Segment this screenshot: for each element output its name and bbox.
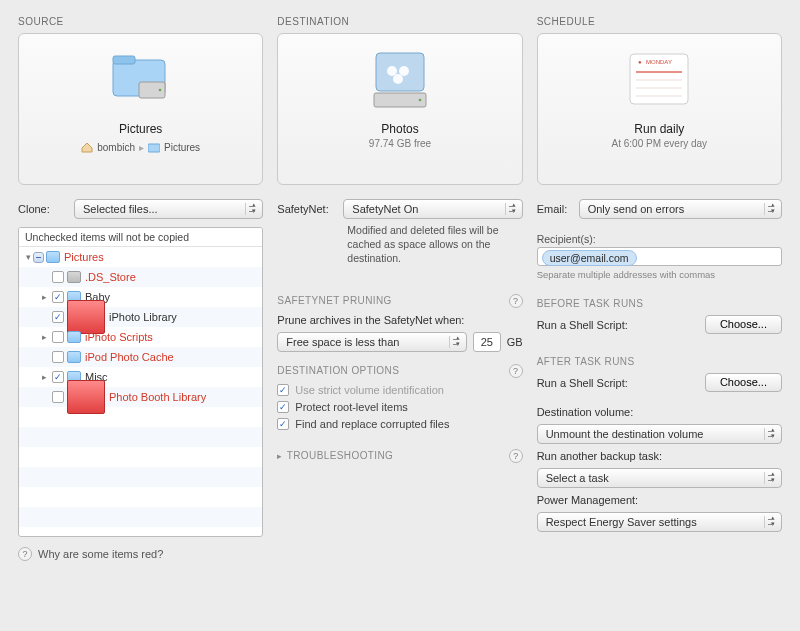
disclosure-icon[interactable]: ▸ bbox=[39, 292, 49, 302]
troubleshooting-label: TROUBLESHOOTING bbox=[287, 450, 394, 461]
pruning-select[interactable]: Free space is less than ▴▾ bbox=[277, 332, 466, 352]
before-shell-row: Run a Shell Script: Choose... bbox=[537, 315, 782, 334]
another-task-select[interactable]: Select a task ▴▾ bbox=[537, 468, 782, 488]
checkbox-icon[interactable] bbox=[52, 371, 64, 383]
pruning-number-input[interactable]: 25 bbox=[473, 332, 501, 352]
clone-label: Clone: bbox=[18, 203, 68, 215]
tree-row[interactable]: ▸Misc bbox=[19, 367, 262, 387]
destination-card[interactable]: Photos 97.74 GB free bbox=[277, 33, 522, 185]
recipient-pill[interactable]: user@email.com bbox=[542, 250, 637, 266]
checkbox-icon[interactable] bbox=[277, 418, 289, 430]
safetynet-select[interactable]: SafetyNet On ▴▾ bbox=[343, 199, 522, 219]
tree-row-empty bbox=[19, 487, 262, 507]
troubleshooting-row[interactable]: ▸TROUBLESHOOTING ? bbox=[277, 449, 522, 463]
help-row[interactable]: ? Why are some items red? bbox=[18, 547, 263, 561]
svg-rect-4 bbox=[148, 144, 160, 152]
shell-label: Run a Shell Script: bbox=[537, 377, 628, 389]
schedule-card[interactable]: ● MONDAY Run daily At 6:00 PM every day bbox=[537, 33, 782, 185]
destination-column: DESTINATION Photos 97.74 GB free SafetyN… bbox=[277, 16, 522, 561]
choose-button[interactable]: Choose... bbox=[705, 373, 782, 392]
tree-row-empty bbox=[19, 467, 262, 487]
tree-row[interactable]: .DS_Store bbox=[19, 267, 262, 287]
tree-row[interactable]: Photo Booth Library bbox=[19, 387, 262, 407]
checkbox-icon bbox=[277, 384, 289, 396]
tree-item-label: iPod Photo Cache bbox=[85, 351, 174, 363]
tree-row[interactable]: ▸iPhoto Scripts bbox=[19, 327, 262, 347]
checkbox-mixed-icon[interactable] bbox=[33, 252, 44, 263]
updown-icon: ▴▾ bbox=[456, 335, 460, 347]
tree-row-empty bbox=[19, 507, 262, 527]
after-head-label: AFTER TASK RUNS bbox=[537, 356, 635, 367]
recipients-hint: Separate multiple addresses with commas bbox=[537, 269, 782, 280]
breadcrumb-root[interactable]: bombich bbox=[97, 142, 135, 153]
folder-icon bbox=[67, 351, 81, 363]
power-select[interactable]: Respect Energy Saver settings ▴▾ bbox=[537, 512, 782, 532]
clone-select[interactable]: Selected files... ▴▾ bbox=[74, 199, 263, 219]
file-icon bbox=[67, 271, 81, 283]
recipients-label: Recipient(s): bbox=[537, 233, 782, 245]
checkbox-icon[interactable] bbox=[52, 331, 64, 343]
breadcrumb-leaf[interactable]: Pictures bbox=[164, 142, 200, 153]
dest-volume-select[interactable]: Unmount the destination volume ▴▾ bbox=[537, 424, 782, 444]
destination-sub: 97.74 GB free bbox=[369, 138, 431, 149]
before-head: BEFORE TASK RUNS bbox=[537, 298, 782, 309]
another-task-block: Run another backup task: Select a task ▴… bbox=[537, 450, 782, 488]
opt-label: Protect root-level items bbox=[295, 401, 407, 413]
svg-point-10 bbox=[419, 99, 422, 102]
pruning-controls: Free space is less than ▴▾ 25 GB bbox=[277, 332, 522, 352]
app-root: SOURCE Pictures bombich ▸ bbox=[0, 0, 800, 577]
folder-small-icon bbox=[148, 143, 160, 153]
svg-point-6 bbox=[387, 66, 397, 76]
disclosure-icon[interactable]: ▸ bbox=[39, 332, 49, 342]
source-header: SOURCE bbox=[18, 16, 263, 27]
updown-icon: ▴▾ bbox=[771, 515, 775, 527]
opt-protect-root[interactable]: Protect root-level items bbox=[277, 401, 522, 413]
updown-icon: ▴▾ bbox=[252, 202, 256, 214]
checkbox-icon[interactable] bbox=[52, 351, 64, 363]
safetynet-desc: Modified and deleted files will be cache… bbox=[277, 223, 522, 266]
help-icon[interactable]: ? bbox=[509, 294, 523, 308]
tree-row[interactable]: iPhoto Library bbox=[19, 307, 262, 327]
updown-icon: ▴▾ bbox=[771, 202, 775, 214]
destination-header: DESTINATION bbox=[277, 16, 522, 27]
safetynet-row: SafetyNet: SafetyNet On ▴▾ bbox=[277, 199, 522, 219]
file-tree[interactable]: Unchecked items will not be copied ▾Pict… bbox=[18, 227, 263, 537]
email-select[interactable]: Only send on errors ▴▾ bbox=[579, 199, 782, 219]
disclosure-icon[interactable]: ▸ bbox=[39, 372, 49, 382]
schedule-title: Run daily bbox=[634, 122, 684, 136]
tree-row[interactable]: ▸Baby bbox=[19, 287, 262, 307]
calendar-icon: ● MONDAY bbox=[623, 44, 695, 116]
checkbox-icon[interactable] bbox=[52, 291, 64, 303]
updown-icon: ▴▾ bbox=[771, 427, 775, 439]
choose-button[interactable]: Choose... bbox=[705, 315, 782, 334]
clone-select-value: Selected files... bbox=[83, 203, 158, 215]
updown-icon: ▴▾ bbox=[512, 202, 516, 214]
email-row: Email: Only send on errors ▴▾ bbox=[537, 199, 782, 219]
help-icon[interactable]: ? bbox=[509, 449, 523, 463]
folder-drive-icon bbox=[105, 44, 177, 116]
svg-point-7 bbox=[399, 66, 409, 76]
after-shell-row: Run a Shell Script: Choose... bbox=[537, 373, 782, 392]
tree-row-empty bbox=[19, 427, 262, 447]
safetynet-label: SafetyNet: bbox=[277, 203, 337, 215]
email-label: Email: bbox=[537, 203, 573, 215]
help-icon[interactable]: ? bbox=[509, 364, 523, 378]
email-select-value: Only send on errors bbox=[588, 203, 685, 215]
opt-strict-volume: Use strict volume identification bbox=[277, 384, 522, 396]
pruning-head-label: SAFETYNET PRUNING bbox=[277, 295, 391, 306]
destination-title: Photos bbox=[381, 122, 418, 136]
checkbox-icon[interactable] bbox=[52, 391, 64, 403]
opt-find-replace[interactable]: Find and replace corrupted files bbox=[277, 418, 522, 430]
schedule-sub: At 6:00 PM every day bbox=[612, 138, 708, 149]
tree-row[interactable]: iPod Photo Cache bbox=[19, 347, 262, 367]
svg-text:●: ● bbox=[638, 59, 642, 65]
disclosure-icon[interactable]: ▾ bbox=[23, 252, 33, 262]
recipients-input[interactable]: user@email.com bbox=[537, 247, 782, 266]
checkbox-icon[interactable] bbox=[52, 311, 64, 323]
tree-row[interactable]: ▾Pictures bbox=[19, 247, 262, 267]
folder-icon bbox=[46, 251, 60, 263]
checkbox-icon[interactable] bbox=[277, 401, 289, 413]
another-task-label: Run another backup task: bbox=[537, 450, 782, 462]
source-card[interactable]: Pictures bombich ▸ Pictures bbox=[18, 33, 263, 185]
checkbox-icon[interactable] bbox=[52, 271, 64, 283]
